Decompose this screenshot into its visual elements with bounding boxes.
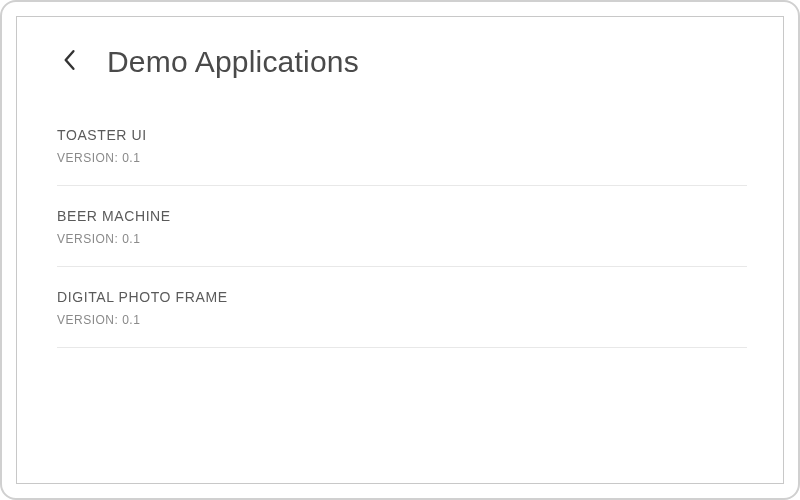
app-item-toaster-ui[interactable]: TOASTER UI VERSION: 0.1 — [57, 127, 747, 186]
app-version: VERSION: 0.1 — [57, 313, 747, 327]
app-name: BEER MACHINE — [57, 208, 747, 224]
chevron-left-icon — [62, 49, 76, 75]
page-title: Demo Applications — [107, 45, 359, 79]
app-item-digital-photo-frame[interactable]: DIGITAL PHOTO FRAME VERSION: 0.1 — [57, 289, 747, 348]
app-version: VERSION: 0.1 — [57, 232, 747, 246]
app-list: TOASTER UI VERSION: 0.1 BEER MACHINE VER… — [53, 127, 747, 348]
header: Demo Applications — [53, 45, 747, 79]
app-item-beer-machine[interactable]: BEER MACHINE VERSION: 0.1 — [57, 208, 747, 267]
app-name: TOASTER UI — [57, 127, 747, 143]
app-version: VERSION: 0.1 — [57, 151, 747, 165]
back-button[interactable] — [53, 46, 85, 78]
device-frame: Demo Applications TOASTER UI VERSION: 0.… — [0, 0, 800, 500]
app-name: DIGITAL PHOTO FRAME — [57, 289, 747, 305]
screen: Demo Applications TOASTER UI VERSION: 0.… — [16, 16, 784, 484]
